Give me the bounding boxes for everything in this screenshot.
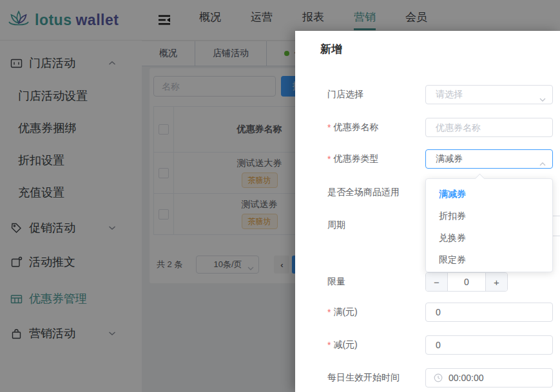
drawer-title: 新增 xyxy=(320,42,342,57)
stepper-value[interactable]: 0 xyxy=(448,273,485,291)
clock-icon xyxy=(434,373,443,382)
full-amount-label: *满(元) xyxy=(327,303,358,322)
required-asterisk: * xyxy=(327,340,331,350)
coupon-type-value: 满减券 xyxy=(426,153,463,165)
dropdown-option-discount[interactable]: 折扣券 xyxy=(426,205,552,227)
period-label: 周期 xyxy=(327,216,345,235)
coupon-type-label: *优惠券类型 xyxy=(327,149,378,169)
full-amount-input[interactable] xyxy=(425,303,553,322)
reduce-amount-label: *减(元) xyxy=(327,335,358,355)
coupon-type-dropdown: 满减券 折扣券 兑换券 限定券 xyxy=(425,178,553,272)
coupon-name-input[interactable] xyxy=(425,118,553,137)
chevron-down-icon xyxy=(539,93,546,104)
limit-label: 限量 xyxy=(327,272,345,292)
required-asterisk: * xyxy=(327,154,331,164)
stepper-decrease-button[interactable]: − xyxy=(426,273,448,291)
add-coupon-drawer: 新增 门店选择 请选择 *优惠券名称 *优惠券类型 满减券 是否全场商品适用 周… xyxy=(295,31,560,392)
reduce-amount-input[interactable] xyxy=(425,335,553,355)
dropdown-option-full-reduction[interactable]: 满减券 xyxy=(426,183,552,205)
coupon-type-select[interactable]: 满减券 xyxy=(425,149,553,169)
store-select-placeholder: 请选择 xyxy=(426,89,463,100)
required-asterisk: * xyxy=(327,122,331,133)
stepper-increase-button[interactable]: + xyxy=(485,273,507,291)
store-select[interactable]: 请选择 xyxy=(425,85,553,104)
store-select-label: 门店选择 xyxy=(327,85,363,104)
apply-all-label: 是否全场商品适用 xyxy=(327,183,400,202)
coupon-name-label: *优惠券名称 xyxy=(327,118,378,137)
chevron-up-icon xyxy=(539,158,546,168)
daily-start-time-input[interactable]: 00:00:00 xyxy=(425,368,553,387)
dropdown-option-limited[interactable]: 限定券 xyxy=(426,248,552,270)
daily-start-time-label: 每日生效开始时间 xyxy=(327,368,400,387)
daily-start-time-value: 00:00:00 xyxy=(449,373,484,383)
app-root: lotuswallet 概况 运营 报表 营销 会员 xyxy=(0,0,560,392)
limit-stepper: − 0 + xyxy=(425,272,508,292)
dropdown-option-exchange[interactable]: 兑换券 xyxy=(426,227,552,248)
required-asterisk: * xyxy=(327,307,331,317)
